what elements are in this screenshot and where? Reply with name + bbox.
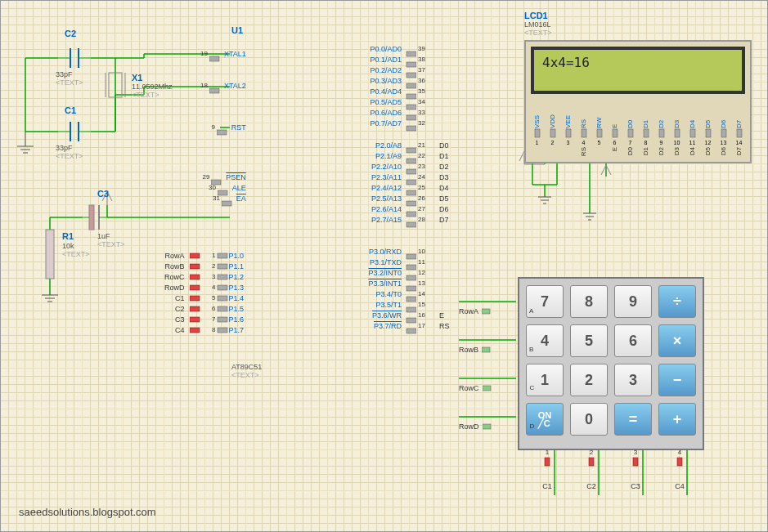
keypad-key-9[interactable]: 9 bbox=[614, 285, 652, 318]
keypad-key-+[interactable]: + bbox=[658, 403, 696, 436]
svg-rect-132 bbox=[545, 458, 550, 466]
x1-ref: X1 bbox=[132, 73, 142, 83]
svg-rect-115 bbox=[550, 129, 555, 137]
svg-rect-126 bbox=[721, 129, 726, 137]
svg-rect-74 bbox=[190, 253, 200, 258]
svg-rect-124 bbox=[690, 129, 695, 137]
keypad-key-2[interactable]: 2 bbox=[570, 364, 608, 396]
svg-rect-78 bbox=[190, 275, 200, 279]
keypad-key-3[interactable]: 3 bbox=[614, 364, 652, 396]
keypad-key-6[interactable]: 6 bbox=[614, 324, 652, 357]
svg-rect-113 bbox=[406, 329, 416, 333]
u1-ref: U1 bbox=[231, 25, 243, 35]
svg-rect-75 bbox=[218, 253, 227, 258]
svg-rect-84 bbox=[190, 306, 200, 311]
svg-rect-116 bbox=[566, 129, 571, 137]
lcd1-text: <TEXT> bbox=[524, 29, 752, 37]
c3-text: <TEXT> bbox=[97, 240, 125, 248]
svg-rect-83 bbox=[218, 296, 227, 301]
r1-text: <TEXT> bbox=[62, 250, 90, 258]
svg-rect-123 bbox=[675, 129, 680, 137]
vcc-arrow-icon-3 bbox=[601, 165, 611, 177]
svg-rect-97 bbox=[406, 126, 416, 131]
cap-c2 bbox=[58, 48, 91, 68]
svg-rect-114 bbox=[535, 129, 540, 137]
lcd-display: 4x4=16 bbox=[531, 47, 745, 94]
keypad-key-×[interactable]: × bbox=[658, 324, 696, 357]
svg-rect-77 bbox=[218, 264, 227, 269]
svg-rect-105 bbox=[406, 222, 416, 227]
svg-rect-122 bbox=[659, 129, 664, 137]
svg-rect-68 bbox=[209, 56, 219, 61]
svg-rect-118 bbox=[597, 129, 602, 137]
svg-rect-69 bbox=[209, 88, 219, 93]
c3-value: 1uF bbox=[97, 232, 110, 240]
svg-rect-130 bbox=[483, 386, 491, 391]
x1-value: 11.0592Mhz bbox=[132, 83, 173, 91]
svg-rect-89 bbox=[218, 328, 227, 333]
keypad: 789÷ 456× 123− ON╱C0=+ bbox=[518, 277, 704, 450]
u1-part: AT89C51 bbox=[231, 363, 262, 371]
keypad-key-÷[interactable]: ÷ bbox=[658, 285, 696, 318]
svg-rect-79 bbox=[218, 275, 227, 279]
svg-rect-125 bbox=[706, 129, 711, 137]
c1-value: 33pF bbox=[56, 144, 73, 152]
cap-c1 bbox=[58, 122, 91, 141]
svg-rect-13 bbox=[109, 73, 122, 97]
c1-text: <TEXT> bbox=[56, 152, 83, 160]
svg-rect-119 bbox=[613, 129, 618, 137]
r1-value: 10k bbox=[62, 242, 74, 250]
svg-rect-82 bbox=[190, 296, 200, 301]
svg-rect-131 bbox=[483, 424, 491, 429]
watermark: saeedsolutions.blogspot.com bbox=[19, 506, 156, 518]
u1-text: <TEXT> bbox=[231, 371, 259, 379]
ground-symbol-2 bbox=[42, 295, 58, 302]
u1-chip: U1 AT89C51 <TEXT> bbox=[231, 37, 354, 360]
svg-rect-128 bbox=[482, 309, 490, 314]
svg-rect-76 bbox=[190, 264, 200, 269]
svg-rect-73 bbox=[222, 201, 231, 206]
svg-rect-135 bbox=[677, 458, 682, 466]
r1-ref: R1 bbox=[62, 231, 74, 241]
svg-rect-88 bbox=[190, 328, 200, 333]
resistor-r1 bbox=[46, 230, 54, 279]
x1-text: <TEXT> bbox=[132, 91, 159, 99]
crystal-x1 bbox=[106, 73, 125, 97]
keypad-key-8[interactable]: 8 bbox=[570, 285, 608, 318]
keypad-key-5[interactable]: 5 bbox=[570, 324, 608, 357]
svg-rect-133 bbox=[589, 458, 594, 466]
svg-rect-81 bbox=[218, 285, 227, 290]
lcd1: LCD1 LM016L <TEXT> 4x4=16 VSS 1 VDD 2 VE… bbox=[524, 11, 752, 163]
svg-rect-37 bbox=[46, 230, 54, 279]
c2-ref: C2 bbox=[65, 29, 76, 38]
keypad-key-0[interactable]: 0 bbox=[570, 403, 608, 436]
lcd1-ref: LCD1 bbox=[524, 11, 752, 20]
lcd1-part: LM016L bbox=[524, 20, 752, 29]
svg-rect-87 bbox=[218, 317, 227, 322]
c2-value: 33pF bbox=[56, 70, 73, 78]
keypad-key-−[interactable]: − bbox=[658, 364, 696, 396]
svg-rect-117 bbox=[582, 129, 586, 137]
svg-rect-80 bbox=[190, 285, 200, 290]
svg-rect-86 bbox=[190, 317, 200, 322]
keypad-key-=[interactable]: = bbox=[614, 403, 652, 436]
svg-rect-129 bbox=[482, 347, 490, 352]
ground-symbol bbox=[17, 132, 34, 153]
svg-rect-33 bbox=[89, 205, 94, 230]
svg-rect-120 bbox=[628, 129, 633, 137]
c2-text: <TEXT> bbox=[56, 78, 83, 87]
cap-c3 bbox=[83, 205, 107, 230]
c1-ref: C1 bbox=[65, 105, 76, 115]
svg-rect-127 bbox=[737, 129, 742, 137]
svg-rect-134 bbox=[633, 458, 638, 466]
svg-rect-121 bbox=[644, 129, 649, 137]
svg-rect-85 bbox=[218, 306, 227, 311]
svg-rect-70 bbox=[217, 130, 227, 135]
c3-ref: C3 bbox=[97, 189, 109, 199]
